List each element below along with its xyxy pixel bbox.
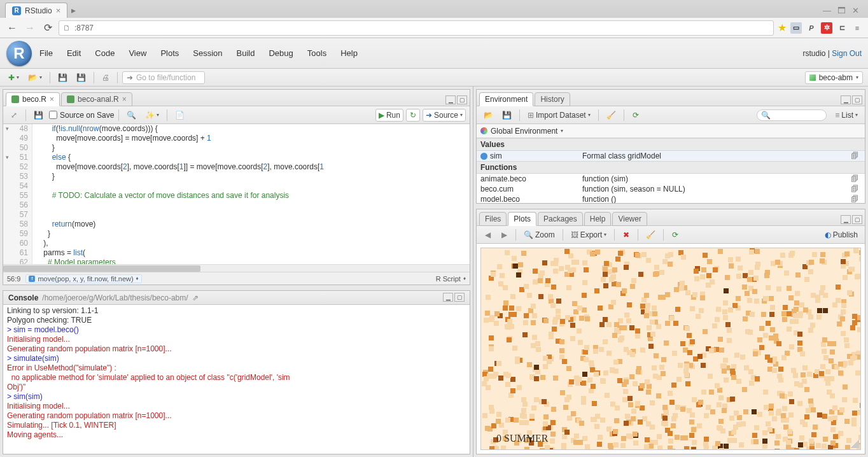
pane-maximize-icon[interactable]: ▢	[852, 95, 862, 104]
env-row[interactable]: beco.cumfunction (sim, season = NULL)🗐	[477, 184, 865, 194]
resize-grip-icon[interactable]	[850, 439, 859, 448]
minimize-icon[interactable]: —	[823, 6, 831, 15]
extension-icons: ▭ P ✲ ⊏ ≡	[790, 22, 863, 34]
menu-view[interactable]: View	[129, 48, 146, 58]
menu-code[interactable]: Code	[95, 48, 115, 58]
new-tab-button[interactable]: ▸	[67, 5, 80, 18]
source-button[interactable]: ➜Source▾	[423, 109, 466, 122]
console-body[interactable]: Linking to sp version: 1.1-1Polygon chec…	[3, 305, 470, 454]
tab-plots[interactable]: Plots	[508, 212, 536, 226]
function-scope[interactable]: fmove(pop, x, y, fit.now, fit.new) ♦	[25, 274, 141, 283]
menu-file[interactable]: File	[39, 48, 53, 58]
ext-icon-c[interactable]: ⊏	[836, 22, 848, 34]
save-workspace-button[interactable]: 💾	[499, 109, 515, 122]
hamburger-icon[interactable]: ≡	[851, 22, 863, 34]
compile-button[interactable]: 📄	[172, 109, 188, 122]
pane-minimize-icon[interactable]: ▁	[443, 293, 453, 302]
wand-button[interactable]: ✨▾	[142, 109, 162, 122]
pane-maximize-icon[interactable]: ▢	[454, 293, 465, 302]
sign-out-link[interactable]: Sign Out	[832, 49, 862, 58]
close-tab-icon[interactable]: ×	[56, 6, 61, 15]
env-scope-picker[interactable]: Global Environment▾	[477, 124, 865, 138]
pane-minimize-icon[interactable]: ▁	[841, 215, 851, 224]
save-source-button[interactable]: 💾	[31, 109, 46, 122]
import-dataset-button[interactable]: ⊞Import Dataset▾	[524, 109, 594, 122]
ext-icon-p[interactable]: P	[806, 22, 817, 34]
source-on-save-input[interactable]	[49, 111, 57, 119]
clear-workspace-button[interactable]: 🧹	[603, 109, 619, 122]
url-field[interactable]: 🗋 :8787	[59, 20, 774, 36]
source-toolbar: ⤢ 💾 Source on Save 🔍 ✨▾ 📄 ▶Run ↻ ➜Source…	[3, 106, 470, 124]
close-window-icon[interactable]: ✕	[852, 6, 859, 15]
env-view-mode[interactable]: ≡List▾	[832, 109, 861, 122]
tab-environment[interactable]: Environment	[479, 92, 533, 106]
tab-help[interactable]: Help	[584, 212, 612, 226]
refresh-env-button[interactable]: ⟳	[629, 109, 643, 122]
save-button[interactable]: 💾	[55, 71, 71, 84]
find-button[interactable]: 🔍	[123, 109, 139, 122]
menu-debug[interactable]: Debug	[269, 48, 293, 58]
source-tab-beco-anal[interactable]: beco-anal.R ×	[61, 92, 132, 106]
env-search-input[interactable]: 🔍	[757, 109, 827, 121]
code-editor[interactable]: 48495051525354555657585960616263 if(!is.…	[3, 124, 470, 264]
pane-maximize-icon[interactable]: ▢	[852, 215, 862, 224]
ext-icon-1[interactable]: ▭	[790, 22, 802, 34]
bookmark-star-icon[interactable]: ★	[778, 22, 787, 34]
menu-plots[interactable]: Plots	[160, 48, 179, 58]
source-tab-beco[interactable]: beco.R ×	[6, 92, 60, 106]
open-file-button[interactable]: 📂▾	[25, 71, 45, 84]
plot-area: 0 SUMMER	[480, 248, 861, 450]
console-titlebar: Console /home/joeroe/g/Work/Lab/thesis/b…	[3, 291, 470, 305]
browser-tab-rstudio[interactable]: R RStudio ×	[5, 3, 67, 18]
pane-maximize-icon[interactable]: ▢	[457, 95, 467, 104]
menu-session[interactable]: Session	[193, 48, 222, 58]
plot-publish-button[interactable]: ◐Publish	[822, 229, 861, 241]
tab-history[interactable]: History	[535, 92, 570, 106]
env-row[interactable]: animate.becofunction (sim)🗐	[477, 174, 865, 184]
r-file-icon	[11, 95, 19, 103]
back-button[interactable]: ←	[5, 21, 19, 35]
project-picker[interactable]: beco-abm ▾	[805, 71, 863, 84]
menu-edit[interactable]: Edit	[67, 48, 81, 58]
username: rstudio	[802, 49, 825, 58]
lower-right-tabs: Files Plots Packages Help Viewer ▁ ▢	[477, 209, 865, 226]
plot-remove-button[interactable]: ✖	[619, 229, 633, 241]
console-path-popup-icon[interactable]: ⇗	[192, 293, 199, 302]
pane-minimize-icon[interactable]: ▁	[841, 95, 851, 104]
print-button[interactable]: 🖨	[99, 71, 113, 84]
plot-next-button[interactable]: ▶	[497, 229, 511, 241]
forward-button[interactable]: →	[23, 21, 37, 35]
pane-minimize-icon[interactable]: ▁	[445, 95, 456, 104]
maximize-icon[interactable]: 🗖	[837, 6, 846, 15]
env-row[interactable]: simFormal class gridModel🗐	[477, 151, 865, 161]
tab-viewer[interactable]: Viewer	[612, 212, 647, 226]
menu-help[interactable]: Help	[340, 48, 358, 58]
tab-packages[interactable]: Packages	[538, 212, 583, 226]
load-workspace-button[interactable]: 📂	[480, 109, 496, 122]
plot-prev-button[interactable]: ◀	[480, 229, 494, 241]
close-icon[interactable]: ×	[50, 95, 54, 104]
rstudio-logo: R	[6, 41, 32, 66]
plot-refresh-button[interactable]: ⟳	[668, 229, 682, 241]
popout-button[interactable]: ⤢	[7, 109, 21, 122]
save-all-button[interactable]: 💾	[73, 71, 89, 84]
rstudio-header: R File Edit Code View Plots Session Buil…	[0, 38, 868, 69]
editor-hscrollbar[interactable]	[3, 264, 470, 272]
rerun-button[interactable]: ↻	[406, 109, 420, 122]
ext-icon-red[interactable]: ✲	[821, 22, 832, 34]
editor-code[interactable]: if(!is.null(nrow(move.coords))) { move[m…	[32, 124, 470, 264]
goto-file-input[interactable]: ➜ Go to file/function	[122, 71, 205, 84]
close-icon[interactable]: ×	[122, 95, 127, 104]
source-on-save-checkbox[interactable]: Source on Save	[49, 111, 114, 120]
file-type: R Script	[436, 275, 461, 283]
menu-tools[interactable]: Tools	[307, 48, 326, 58]
plot-export-button[interactable]: 🖼Export▾	[568, 229, 610, 241]
menu-build[interactable]: Build	[237, 48, 255, 58]
plot-zoom-button[interactable]: 🔍Zoom	[521, 229, 558, 241]
new-file-button[interactable]: ✚▾	[5, 71, 22, 84]
env-row[interactable]: model.becofunction ()🗐	[477, 194, 865, 203]
reload-button[interactable]: ⟳	[41, 21, 55, 35]
plot-clear-button[interactable]: 🧹	[643, 229, 659, 241]
tab-files[interactable]: Files	[479, 212, 507, 226]
run-button[interactable]: ▶Run	[375, 109, 403, 122]
